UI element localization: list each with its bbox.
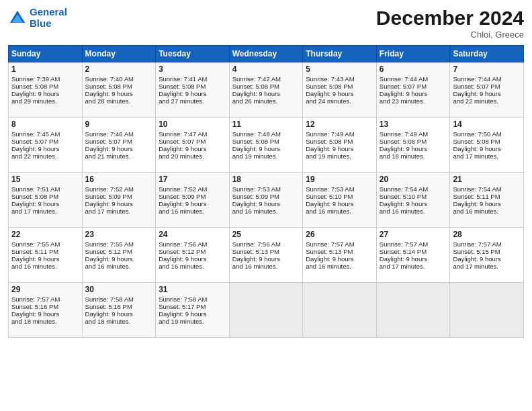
day-number: 2 <box>85 64 153 74</box>
week-row-2: 8Sunrise: 7:45 AMSunset: 5:07 PMDaylight… <box>9 118 524 173</box>
calendar-cell: 23Sunrise: 7:55 AMSunset: 5:12 PMDayligh… <box>82 228 156 283</box>
day-info: Sunrise: 7:58 AM <box>85 295 153 303</box>
calendar-cell: 19Sunrise: 7:53 AMSunset: 5:10 PMDayligh… <box>303 173 377 228</box>
col-header-sunday: Sunday <box>9 46 83 62</box>
calendar-cell: 3Sunrise: 7:41 AMSunset: 5:08 PMDaylight… <box>156 62 230 118</box>
calendar-cell: 1Sunrise: 7:39 AMSunset: 5:08 PMDaylight… <box>9 62 83 118</box>
day-info: Sunset: 5:08 PM <box>159 83 226 90</box>
calendar-cell: 22Sunrise: 7:55 AMSunset: 5:11 PMDayligh… <box>9 228 83 283</box>
calendar-cell <box>303 283 377 338</box>
day-info: Sunset: 5:08 PM <box>306 83 373 90</box>
day-info: and 26 minutes. <box>232 97 300 105</box>
day-info: Sunset: 5:17 PM <box>159 303 226 310</box>
logo-text: General Blue <box>30 7 67 29</box>
calendar-cell: 5Sunrise: 7:43 AMSunset: 5:08 PMDaylight… <box>303 62 377 118</box>
day-info: Daylight: 9 hours <box>380 145 447 152</box>
calendar-cell: 12Sunrise: 7:49 AMSunset: 5:08 PMDayligh… <box>303 118 377 173</box>
day-info: and 16 minutes. <box>306 208 373 215</box>
day-info: and 29 minutes. <box>11 97 79 105</box>
day-number: 16 <box>85 175 153 184</box>
day-info: Sunset: 5:11 PM <box>453 193 521 200</box>
day-number: 27 <box>380 230 447 239</box>
day-info: and 16 minutes. <box>159 208 226 215</box>
day-info: Daylight: 9 hours <box>232 200 300 208</box>
day-info: Sunset: 5:07 PM <box>159 138 226 145</box>
day-info: Daylight: 9 hours <box>159 200 226 208</box>
calendar-cell <box>450 283 524 338</box>
day-info: Daylight: 9 hours <box>232 255 300 263</box>
day-info: and 17 minutes. <box>11 208 79 215</box>
day-info: Sunrise: 7:54 AM <box>453 185 521 193</box>
day-info: Sunset: 5:09 PM <box>159 193 226 200</box>
day-info: Sunset: 5:15 PM <box>453 248 521 255</box>
calendar-cell: 27Sunrise: 7:57 AMSunset: 5:14 PMDayligh… <box>376 228 450 283</box>
day-info: and 24 minutes. <box>306 97 373 105</box>
day-info: Daylight: 9 hours <box>85 200 153 208</box>
day-info: Sunset: 5:13 PM <box>306 248 373 255</box>
day-info: Sunset: 5:07 PM <box>453 83 521 90</box>
day-info: and 22 minutes. <box>453 97 521 105</box>
day-info: Sunrise: 7:53 AM <box>306 185 373 193</box>
calendar-cell: 10Sunrise: 7:47 AMSunset: 5:07 PMDayligh… <box>156 118 230 173</box>
day-info: Sunset: 5:08 PM <box>306 138 373 145</box>
calendar-cell: 31Sunrise: 7:58 AMSunset: 5:17 PMDayligh… <box>156 283 230 338</box>
day-info: Daylight: 9 hours <box>159 255 226 263</box>
day-number: 7 <box>453 64 521 74</box>
calendar-cell: 26Sunrise: 7:57 AMSunset: 5:13 PMDayligh… <box>303 228 377 283</box>
calendar-cell: 14Sunrise: 7:50 AMSunset: 5:08 PMDayligh… <box>450 118 524 173</box>
col-header-saturday: Saturday <box>450 46 524 62</box>
week-row-4: 22Sunrise: 7:55 AMSunset: 5:11 PMDayligh… <box>9 228 524 283</box>
day-info: and 17 minutes. <box>453 152 521 160</box>
calendar-cell: 28Sunrise: 7:57 AMSunset: 5:15 PMDayligh… <box>450 228 524 283</box>
day-info: Sunrise: 7:48 AM <box>232 130 300 138</box>
day-info: Sunset: 5:16 PM <box>85 303 153 310</box>
day-info: Sunset: 5:12 PM <box>159 248 226 255</box>
day-number: 31 <box>159 285 226 294</box>
week-row-5: 29Sunrise: 7:57 AMSunset: 5:16 PMDayligh… <box>9 283 524 338</box>
page-header: General Blue December 2024 Chloi, Greece <box>8 7 524 40</box>
day-number: 23 <box>85 230 153 239</box>
day-info: Sunset: 5:16 PM <box>11 303 79 310</box>
day-number: 14 <box>453 120 521 129</box>
day-number: 15 <box>11 175 79 184</box>
day-number: 18 <box>232 175 300 184</box>
calendar-header-row: SundayMondayTuesdayWednesdayThursdayFrid… <box>9 46 524 62</box>
calendar-cell: 13Sunrise: 7:49 AMSunset: 5:08 PMDayligh… <box>376 118 450 173</box>
day-info: Sunset: 5:10 PM <box>306 193 373 200</box>
day-info: Sunset: 5:08 PM <box>232 83 300 90</box>
day-info: Daylight: 9 hours <box>85 90 153 97</box>
day-info: Sunrise: 7:49 AM <box>306 130 373 138</box>
day-info: Sunset: 5:12 PM <box>85 248 153 255</box>
day-info: Sunset: 5:08 PM <box>85 83 153 90</box>
day-info: Daylight: 9 hours <box>159 145 226 152</box>
day-info: Sunset: 5:08 PM <box>11 193 79 200</box>
day-info: Sunset: 5:13 PM <box>232 248 300 255</box>
day-info: and 20 minutes. <box>159 152 226 160</box>
day-number: 10 <box>159 120 226 129</box>
day-info: Sunrise: 7:57 AM <box>380 240 447 248</box>
day-number: 25 <box>232 230 300 239</box>
day-info: Sunrise: 7:55 AM <box>11 240 79 248</box>
day-info: Daylight: 9 hours <box>11 310 79 318</box>
day-info: Sunrise: 7:46 AM <box>85 130 153 138</box>
day-info: Sunrise: 7:52 AM <box>85 185 153 193</box>
day-number: 19 <box>306 175 373 184</box>
day-info: and 16 minutes. <box>453 208 521 215</box>
day-info: Daylight: 9 hours <box>11 255 79 263</box>
day-info: Sunrise: 7:51 AM <box>11 185 79 193</box>
calendar-cell: 21Sunrise: 7:54 AMSunset: 5:11 PMDayligh… <box>450 173 524 228</box>
day-number: 5 <box>306 64 373 74</box>
calendar-cell: 11Sunrise: 7:48 AMSunset: 5:08 PMDayligh… <box>229 118 303 173</box>
day-info: Sunset: 5:10 PM <box>380 193 447 200</box>
day-info: Sunrise: 7:56 AM <box>232 240 300 248</box>
day-info: and 16 minutes. <box>380 208 447 215</box>
day-info: Sunrise: 7:57 AM <box>11 295 79 303</box>
day-info: Daylight: 9 hours <box>159 310 226 318</box>
day-info: Daylight: 9 hours <box>453 90 521 97</box>
day-number: 1 <box>11 64 79 74</box>
day-number: 24 <box>159 230 226 239</box>
day-info: Daylight: 9 hours <box>306 255 373 263</box>
day-number: 22 <box>11 230 79 239</box>
day-info: Sunrise: 7:44 AM <box>380 75 447 83</box>
day-number: 21 <box>453 175 521 184</box>
